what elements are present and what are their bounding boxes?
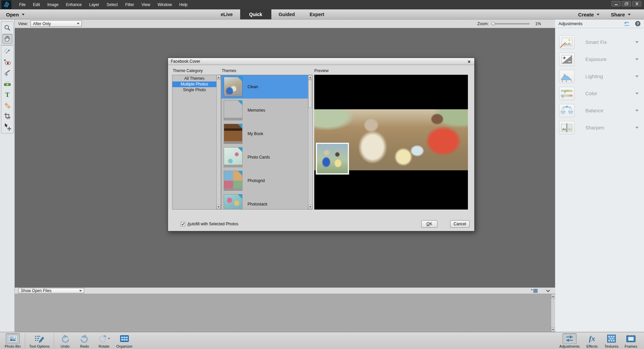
menu-window[interactable]: Window xyxy=(154,0,176,9)
effects-button[interactable]: fx Effects xyxy=(582,332,602,348)
adjustment-balance[interactable]: Balance xyxy=(559,102,644,119)
theme-clean[interactable]: Clean xyxy=(221,75,308,99)
open-button[interactable]: Open xyxy=(6,9,24,19)
adjustment-sharpen[interactable]: Sharpen xyxy=(559,119,644,136)
dialog-title-bar[interactable]: Facebook Cover × xyxy=(168,58,474,65)
quick-selection-tool-icon[interactable] xyxy=(2,47,12,57)
photo-bin-content xyxy=(15,294,555,332)
menu-select[interactable]: Select xyxy=(103,0,121,9)
autofill-checkbox[interactable] xyxy=(181,222,185,226)
menu-filter[interactable]: Filter xyxy=(121,0,138,9)
frames-button[interactable]: Frames xyxy=(621,332,641,348)
adjustment-color[interactable]: Color xyxy=(559,85,644,102)
cancel-button[interactable]: Cancel xyxy=(450,220,470,228)
adjustments-icon xyxy=(562,333,577,344)
theme-photostack[interactable]: Photostack xyxy=(221,192,308,210)
create-label: Create xyxy=(578,12,594,17)
themes-scrollbar[interactable] xyxy=(308,75,312,209)
close-button[interactable] xyxy=(632,1,641,6)
theme-my-book[interactable]: My Book xyxy=(221,122,308,146)
share-button[interactable]: Share xyxy=(611,12,631,17)
minimize-button[interactable] xyxy=(611,1,621,6)
tab-quick[interactable]: Quick xyxy=(240,9,271,19)
ok-button[interactable]: OK xyxy=(421,220,437,228)
menu-edit[interactable]: Edit xyxy=(29,0,44,9)
zoom-slider-track[interactable] xyxy=(495,23,530,24)
move-tool-icon[interactable] xyxy=(2,122,12,132)
view-dropdown[interactable]: After Only xyxy=(31,20,82,27)
menu-enhance[interactable]: Enhance xyxy=(62,0,85,9)
type-tool-icon[interactable]: T xyxy=(2,90,12,100)
undo-button[interactable]: Undo xyxy=(55,332,75,348)
tab-expert[interactable]: Expert xyxy=(302,9,332,19)
app-logo-icon xyxy=(1,0,11,9)
chevron-down-icon[interactable] xyxy=(635,41,639,43)
scroll-up-icon[interactable] xyxy=(308,75,312,79)
menu-layer[interactable]: Layer xyxy=(86,0,103,9)
hand-tool-icon[interactable] xyxy=(2,34,12,44)
redo-button[interactable]: Redo xyxy=(75,332,94,348)
exposure-icon xyxy=(559,53,575,66)
svg-text:T: T xyxy=(5,91,10,98)
rotate-button[interactable]: Rotate xyxy=(94,332,114,348)
taskbar-label: Undo xyxy=(61,344,69,348)
action-bar-right: Create Share xyxy=(578,9,631,19)
scroll-down-icon[interactable] xyxy=(217,205,221,209)
theme-name: Clean xyxy=(248,84,258,89)
theme-photo-cards[interactable]: Photo Cards xyxy=(221,146,308,169)
scroll-up-icon[interactable] xyxy=(551,294,555,298)
tool-options-button[interactable]: Tool Options xyxy=(26,332,52,348)
panel-menu-icon[interactable] xyxy=(531,289,538,293)
chevron-down-icon[interactable] xyxy=(635,127,639,129)
scroll-down-icon[interactable] xyxy=(308,205,312,209)
straighten-tool-icon[interactable] xyxy=(2,79,12,89)
category-all-themes[interactable]: All Themes xyxy=(172,76,216,81)
whiten-teeth-tool-icon[interactable] xyxy=(2,68,12,78)
autofill-option[interactable]: Autofill with Selected Photos xyxy=(181,222,238,226)
theme-photogrid[interactable]: Photogrid xyxy=(221,169,308,192)
adjustments-panel: Adjustments ? Smart Fix Exposure xyxy=(555,19,644,332)
chevron-down-icon xyxy=(597,14,599,15)
adjustment-lighting[interactable]: Lighting xyxy=(559,68,644,85)
crop-tool-icon[interactable] xyxy=(2,111,12,121)
menu-view[interactable]: View xyxy=(138,0,154,9)
dialog-close-icon[interactable]: × xyxy=(467,59,472,64)
collapse-chevron-icon[interactable] xyxy=(546,289,550,292)
textures-button[interactable]: Textures xyxy=(602,332,621,348)
menu-image[interactable]: Image xyxy=(44,0,62,9)
chevron-down-icon[interactable] xyxy=(635,93,639,95)
reset-panel-icon[interactable] xyxy=(624,21,630,26)
restore-button[interactable] xyxy=(622,1,631,6)
help-icon[interactable]: ? xyxy=(635,21,641,26)
tool-column: T xyxy=(0,19,15,332)
category-scrollbar[interactable] xyxy=(216,75,221,209)
autofill-label: Autofill with Selected Photos xyxy=(187,222,238,226)
category-single-photo[interactable]: Single Photo xyxy=(172,87,216,93)
create-button[interactable]: Create xyxy=(578,12,600,17)
adjustments-button[interactable]: Adjustments xyxy=(556,332,582,348)
photo-bin-scrollbar[interactable] xyxy=(551,294,555,332)
scroll-up-icon[interactable] xyxy=(217,75,221,79)
category-multiple-photos[interactable]: Multiple Photos xyxy=(172,81,216,87)
show-open-files-value: Show Open Files xyxy=(21,288,51,293)
chevron-down-icon[interactable] xyxy=(635,58,639,60)
chevron-down-icon[interactable] xyxy=(635,110,639,112)
tab-elive[interactable]: eLive xyxy=(213,9,240,19)
show-open-files-dropdown[interactable]: Show Open Files xyxy=(18,288,84,293)
zoom-tool-icon[interactable] xyxy=(2,23,12,33)
theme-memories[interactable]: Memories xyxy=(221,99,308,122)
adjustment-exposure[interactable]: Exposure xyxy=(559,51,644,68)
adjustment-smart-fix[interactable]: Smart Fix xyxy=(559,34,644,51)
menu-bar: File Edit Image Enhance Layer Select Fil… xyxy=(15,0,191,9)
red-eye-removal-tool-icon[interactable] xyxy=(2,57,12,67)
spot-healing-brush-tool-icon[interactable] xyxy=(2,100,12,110)
menu-file[interactable]: File xyxy=(15,0,29,9)
menu-help[interactable]: Help xyxy=(175,0,191,9)
scroll-down-icon[interactable] xyxy=(551,328,555,332)
theme-name: Memories xyxy=(248,108,265,113)
organizer-button[interactable]: Organizer xyxy=(114,332,135,348)
chevron-down-icon[interactable] xyxy=(635,75,639,77)
scrollbar-thumb[interactable] xyxy=(308,80,312,108)
tab-guided[interactable]: Guided xyxy=(271,9,302,19)
photo-bin-button[interactable]: Photo Bin xyxy=(2,332,23,348)
